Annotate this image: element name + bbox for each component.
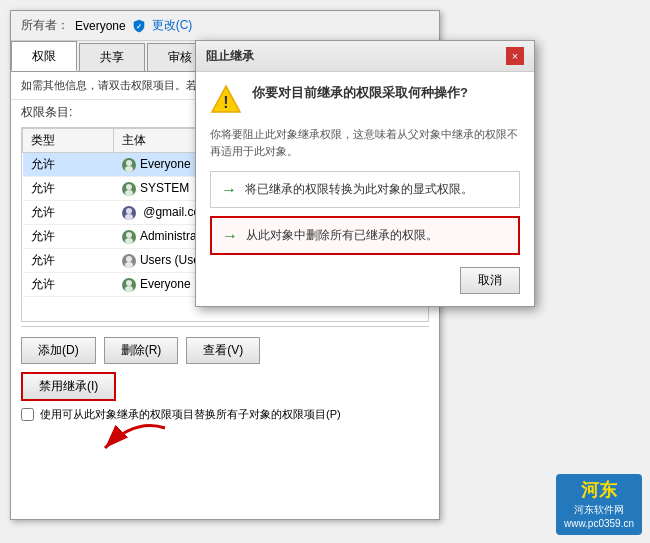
watermark: 河东 河东软件网 www.pc0359.cn — [556, 474, 642, 535]
owner-value: Everyone — [75, 19, 126, 33]
dialog-cancel-button[interactable]: 取消 — [460, 267, 520, 294]
dialog-question-text: 你要对目前继承的权限采取何种操作? — [252, 84, 468, 102]
red-arrow — [95, 408, 175, 468]
bottom-buttons: 添加(D) 删除(R) 查看(V) — [11, 331, 439, 370]
svg-point-6 — [125, 214, 133, 220]
user-icon — [122, 230, 136, 244]
owner-row: 所有者： Everyone ✓ 更改(C) — [11, 11, 439, 41]
svg-point-5 — [126, 208, 132, 214]
divider — [21, 326, 429, 327]
option1-arrow: → — [221, 181, 237, 199]
option2-text: 从此对象中删除所有已继承的权限。 — [246, 226, 438, 244]
dialog-close-button[interactable]: × — [506, 47, 524, 65]
svg-point-7 — [126, 232, 132, 238]
dialog-question-row: ! 你要对目前继承的权限采取何种操作? — [210, 84, 520, 116]
cell-type: 允许 — [23, 201, 114, 225]
dialog-description: 你将要阻止此对象继承权限，这意味着从父对象中继承的权限不再适用于此对象。 — [210, 126, 520, 159]
svg-point-9 — [126, 256, 132, 262]
watermark-site2: www.pc0359.cn — [564, 517, 634, 531]
tab-sharing[interactable]: 共享 — [79, 43, 145, 71]
dialog-body: ! 你要对目前继承的权限采取何种操作? 你将要阻止此对象继承权限，这意味着从父对… — [196, 72, 534, 306]
dialog-cancel-row: 取消 — [210, 263, 520, 294]
tab-permissions[interactable]: 权限 — [11, 41, 77, 71]
svg-point-11 — [126, 280, 132, 286]
checkbox-row: 使用可从此对象继承的权限项目替换所有子对象的权限项目(P) — [11, 403, 439, 426]
dialog-option-delete[interactable]: → 从此对象中删除所有已继承的权限。 — [210, 216, 520, 255]
cell-type: 允许 — [23, 177, 114, 201]
dialog-overlay: 阻止继承 × ! 你要对目前继承的权限采取何种操作? 你将要阻止此对象继承权限，… — [195, 40, 535, 307]
user-icon — [122, 254, 136, 268]
view-button[interactable]: 查看(V) — [186, 337, 260, 364]
svg-point-3 — [126, 184, 132, 190]
remove-button[interactable]: 删除(R) — [104, 337, 179, 364]
watermark-logo: 河东 — [564, 478, 634, 503]
user-icon — [122, 206, 136, 220]
cell-type: 允许 — [23, 273, 114, 297]
user-icon — [122, 278, 136, 292]
user-icon — [122, 158, 136, 172]
cell-type: 允许 — [23, 225, 114, 249]
shield-icon: ✓ — [132, 19, 146, 33]
replace-checkbox[interactable] — [21, 408, 34, 421]
svg-point-1 — [126, 160, 132, 166]
option2-arrow: → — [222, 227, 238, 245]
owner-label: 所有者： — [21, 17, 69, 34]
col-type: 类型 — [23, 129, 114, 153]
dialog-titlebar: 阻止继承 × — [196, 41, 534, 72]
svg-text:✓: ✓ — [136, 23, 142, 30]
add-button[interactable]: 添加(D) — [21, 337, 96, 364]
dialog-option-convert[interactable]: → 将已继承的权限转换为此对象的显式权限。 — [210, 171, 520, 208]
owner-change-link[interactable]: 更改(C) — [152, 17, 193, 34]
warning-icon: ! — [210, 84, 242, 116]
svg-point-12 — [125, 286, 133, 292]
svg-point-2 — [125, 166, 133, 172]
cell-type: 允许 — [23, 249, 114, 273]
svg-point-8 — [125, 238, 133, 244]
svg-point-10 — [125, 262, 133, 268]
dialog-title: 阻止继承 — [206, 48, 254, 65]
user-icon — [122, 182, 136, 196]
svg-point-4 — [125, 190, 133, 196]
cell-type: 允许 — [23, 153, 114, 177]
disable-inheritance-button[interactable]: 禁用继承(I) — [21, 372, 116, 401]
option1-text: 将已继承的权限转换为此对象的显式权限。 — [245, 180, 473, 198]
svg-text:!: ! — [223, 94, 228, 111]
checkbox-label: 使用可从此对象继承的权限项目替换所有子对象的权限项目(P) — [40, 407, 341, 422]
watermark-site1: 河东软件网 — [564, 503, 634, 517]
